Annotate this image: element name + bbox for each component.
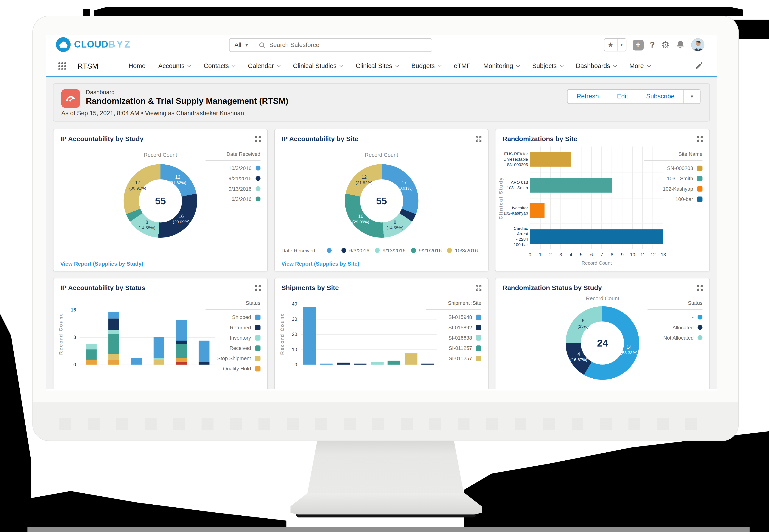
legend-chip-icon: [256, 196, 260, 201]
legend-item[interactable]: 9/21/2016: [411, 247, 442, 253]
y-tick: 10: [292, 347, 297, 352]
nav-item-calendar[interactable]: Calendar: [248, 62, 280, 69]
bar[interactable]: [371, 362, 383, 365]
nav-item-contacts[interactable]: Contacts: [204, 62, 235, 69]
nav-item-dashboards[interactable]: Dashboards: [576, 62, 617, 69]
bar[interactable]: [303, 307, 316, 365]
legend-item[interactable]: Allocated: [648, 324, 702, 330]
favorites-caret-icon[interactable]: ▼: [617, 39, 626, 51]
bar[interactable]: [153, 337, 164, 365]
legend-item[interactable]: SI-016638: [426, 335, 481, 341]
bar[interactable]: [354, 364, 367, 365]
bar[interactable]: [530, 204, 544, 218]
nav-item-subjects[interactable]: Subjects: [532, 62, 563, 69]
legend-chip-icon: [476, 355, 481, 361]
legend-item[interactable]: Quality Hold: [206, 366, 260, 372]
search-input[interactable]: [269, 42, 427, 48]
bar[interactable]: [530, 178, 612, 192]
user-avatar[interactable]: [691, 38, 704, 51]
legend-label: 6/3/2016: [232, 196, 251, 202]
app-launcher-waffle-icon[interactable]: [58, 62, 66, 69]
chart-title: IP Accountability by Site: [281, 135, 358, 143]
more-actions-caret-button[interactable]: ▼: [683, 90, 700, 103]
setup-gear-icon[interactable]: ⚙: [661, 39, 670, 50]
edit-button[interactable]: Edit: [608, 90, 637, 103]
legend-item[interactable]: 9/13/2016: [206, 186, 260, 192]
refresh-button[interactable]: Refresh: [567, 90, 608, 103]
legend-item[interactable]: SN-000203: [644, 165, 702, 171]
legend-item[interactable]: Shipped: [206, 314, 260, 320]
bar[interactable]: [176, 320, 187, 365]
legend-item[interactable]: 103 - Smith: [644, 175, 702, 181]
expand-icon[interactable]: [254, 135, 261, 143]
legend-item[interactable]: 6/3/2016: [342, 247, 369, 253]
legend-item[interactable]: Not Allocated: [648, 335, 702, 341]
legend-item[interactable]: SI-015892: [426, 324, 481, 330]
legend-chip-icon: [255, 314, 260, 320]
legend-item[interactable]: 9/13/2016: [375, 247, 405, 253]
star-icon[interactable]: ★: [604, 41, 617, 48]
bar-segment: [86, 349, 97, 359]
bar[interactable]: [530, 229, 663, 244]
nav-item-accounts[interactable]: Accounts: [158, 62, 191, 69]
expand-icon[interactable]: [696, 284, 703, 292]
help-icon[interactable]: ?: [650, 40, 655, 50]
nav-item-monitoring[interactable]: Monitoring: [483, 62, 519, 69]
legend-item[interactable]: 10/3/2016: [447, 247, 478, 253]
legend-label: -: [692, 314, 694, 320]
legend-item[interactable]: 100-bar: [644, 196, 702, 202]
bar[interactable]: [108, 311, 119, 365]
x-tick: 3: [559, 252, 562, 257]
nav-item-more[interactable]: More: [630, 62, 650, 69]
view-report-link[interactable]: View Report (Supplies by Study): [60, 261, 143, 267]
legend-item[interactable]: Received: [206, 345, 260, 351]
nav-item-clinical-sites[interactable]: Clinical Sites: [356, 62, 399, 69]
favorites-button[interactable]: ★ ▼: [604, 38, 626, 51]
expand-icon[interactable]: [696, 135, 703, 143]
legend-item[interactable]: Returned: [206, 324, 260, 330]
dashboard-header: Dashboard Randomization & Trial Supply M…: [53, 83, 710, 122]
legend-item[interactable]: Inventory: [206, 335, 260, 341]
view-report-link[interactable]: View Report (Supplies by Site): [281, 261, 359, 267]
nav-item-label: Home: [128, 62, 145, 69]
brand-wordmark: CLOUDBYZ: [74, 39, 131, 50]
legend-item[interactable]: -: [648, 314, 702, 320]
expand-icon[interactable]: [475, 284, 482, 292]
bar[interactable]: [320, 364, 333, 365]
legend-item[interactable]: 9/21/2016: [206, 175, 260, 181]
legend-chip-icon: [375, 248, 380, 253]
notifications-bell-icon[interactable]: [676, 40, 685, 50]
subscribe-button[interactable]: Subscribe: [637, 90, 683, 103]
chart-title: Randomization Status by Study: [502, 284, 602, 292]
nav-item-clinical-studies[interactable]: Clinical Studies: [293, 62, 343, 69]
bar[interactable]: [131, 358, 142, 365]
legend-item[interactable]: SI-011257: [426, 355, 481, 361]
bar[interactable]: [337, 363, 350, 365]
bar-segment: [86, 344, 97, 349]
legend-item[interactable]: 102-Kashyap: [644, 186, 702, 192]
record-type-label: Dashboard: [86, 89, 114, 96]
legend-item[interactable]: -: [327, 247, 336, 253]
bar[interactable]: [530, 152, 571, 167]
bar[interactable]: [405, 353, 417, 365]
legend-item[interactable]: Stop Shipment: [206, 355, 260, 361]
bar[interactable]: [388, 361, 400, 365]
expand-icon[interactable]: [254, 284, 261, 292]
nav-item-budgets[interactable]: Budgets: [411, 62, 441, 69]
nav-item-home[interactable]: Home: [128, 62, 145, 69]
legend-item[interactable]: 6/3/2016: [206, 196, 260, 202]
legend-item[interactable]: 10/3/2016: [206, 165, 260, 171]
legend-item[interactable]: SI-011257: [426, 345, 481, 351]
x-tick: 11: [641, 252, 645, 257]
legend-item[interactable]: SI-015948: [426, 314, 481, 320]
bar[interactable]: [86, 344, 97, 364]
legend-label: SI-015948: [448, 314, 472, 320]
nav-item-etmf[interactable]: eTMF: [454, 62, 470, 69]
legend-title: Date Received: [206, 151, 260, 161]
edit-nav-pencil-icon[interactable]: [695, 62, 703, 70]
global-actions-icon[interactable]: +: [633, 40, 644, 50]
search-scope-dropdown[interactable]: All ▼: [230, 39, 254, 51]
expand-icon[interactable]: [475, 135, 482, 143]
x-tick: 6: [590, 252, 593, 257]
legend-chip-icon: [255, 325, 260, 330]
